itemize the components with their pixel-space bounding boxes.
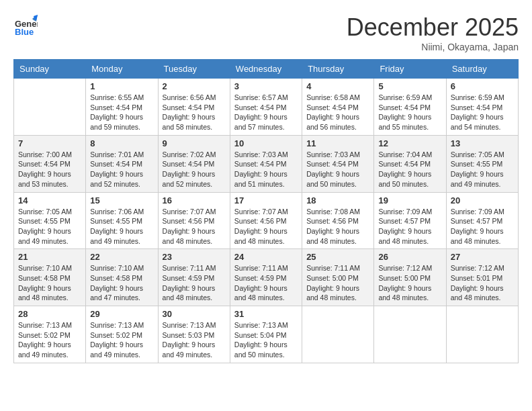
calendar-cell: 9Sunrise: 7:02 AM Sunset: 4:54 PM Daylig… <box>158 135 230 192</box>
page-header: General Blue December 2025 Niimi, Okayam… <box>13 13 519 52</box>
day-number: 21 <box>18 252 81 262</box>
calendar-cell: 7Sunrise: 7:00 AM Sunset: 4:54 PM Daylig… <box>14 135 86 192</box>
cell-info: Sunrise: 7:13 AM Sunset: 5:02 PM Dayligh… <box>18 320 81 360</box>
day-number: 7 <box>18 138 81 148</box>
day-number: 23 <box>163 252 226 262</box>
calendar-cell <box>374 306 446 363</box>
calendar-cell: 26Sunrise: 7:12 AM Sunset: 5:00 PM Dayli… <box>374 249 446 306</box>
weekday-header-saturday: Saturday <box>446 60 518 79</box>
day-number: 9 <box>163 138 226 148</box>
cell-info: Sunrise: 7:13 AM Sunset: 5:02 PM Dayligh… <box>90 320 153 360</box>
cell-info: Sunrise: 6:57 AM Sunset: 4:54 PM Dayligh… <box>234 93 298 132</box>
cell-info: Sunrise: 7:03 AM Sunset: 4:54 PM Dayligh… <box>306 150 369 189</box>
logo-icon: General Blue <box>13 13 38 38</box>
week-row-1: 1Sunrise: 6:55 AM Sunset: 4:54 PM Daylig… <box>14 79 519 136</box>
calendar-table: SundayMondayTuesdayWednesdayThursdayFrid… <box>13 59 519 363</box>
calendar-cell: 25Sunrise: 7:11 AM Sunset: 5:00 PM Dayli… <box>302 249 374 306</box>
cell-info: Sunrise: 7:10 AM Sunset: 4:58 PM Dayligh… <box>90 263 153 303</box>
calendar-cell: 27Sunrise: 7:12 AM Sunset: 5:01 PM Dayli… <box>446 249 518 306</box>
cell-info: Sunrise: 7:10 AM Sunset: 4:58 PM Dayligh… <box>18 263 81 303</box>
cell-info: Sunrise: 6:59 AM Sunset: 4:54 PM Dayligh… <box>378 93 441 132</box>
cell-info: Sunrise: 7:12 AM Sunset: 5:00 PM Dayligh… <box>378 263 441 303</box>
cell-info: Sunrise: 7:11 AM Sunset: 4:59 PM Dayligh… <box>234 263 298 303</box>
cell-info: Sunrise: 6:55 AM Sunset: 4:54 PM Dayligh… <box>90 93 153 132</box>
cell-info: Sunrise: 7:01 AM Sunset: 4:54 PM Dayligh… <box>90 150 153 189</box>
calendar-cell: 4Sunrise: 6:58 AM Sunset: 4:54 PM Daylig… <box>302 79 374 136</box>
calendar-cell: 16Sunrise: 7:07 AM Sunset: 4:56 PM Dayli… <box>158 192 230 249</box>
calendar-cell <box>302 306 374 363</box>
week-row-4: 21Sunrise: 7:10 AM Sunset: 4:58 PM Dayli… <box>14 249 519 306</box>
calendar-cell: 31Sunrise: 7:13 AM Sunset: 5:04 PM Dayli… <box>230 306 302 363</box>
day-number: 4 <box>306 81 369 91</box>
cell-info: Sunrise: 7:00 AM Sunset: 4:54 PM Dayligh… <box>18 150 81 189</box>
day-number: 16 <box>163 195 226 205</box>
day-number: 13 <box>451 138 514 148</box>
day-number: 22 <box>90 252 153 262</box>
calendar-cell: 14Sunrise: 7:05 AM Sunset: 4:55 PM Dayli… <box>14 192 86 249</box>
day-number: 8 <box>90 138 153 148</box>
day-number: 17 <box>234 195 298 205</box>
day-number: 12 <box>378 138 441 148</box>
day-number: 20 <box>451 195 514 205</box>
day-number: 19 <box>378 195 441 205</box>
cell-info: Sunrise: 7:08 AM Sunset: 4:56 PM Dayligh… <box>306 207 369 246</box>
day-number: 24 <box>234 252 298 262</box>
calendar-cell: 28Sunrise: 7:13 AM Sunset: 5:02 PM Dayli… <box>14 306 86 363</box>
calendar-cell: 29Sunrise: 7:13 AM Sunset: 5:02 PM Dayli… <box>86 306 158 363</box>
calendar-cell: 20Sunrise: 7:09 AM Sunset: 4:57 PM Dayli… <box>446 192 518 249</box>
calendar-cell: 1Sunrise: 6:55 AM Sunset: 4:54 PM Daylig… <box>86 79 158 136</box>
weekday-header-sunday: Sunday <box>14 60 86 79</box>
day-number: 29 <box>90 309 153 319</box>
day-number: 25 <box>306 252 369 262</box>
week-row-3: 14Sunrise: 7:05 AM Sunset: 4:55 PM Dayli… <box>14 192 519 249</box>
weekday-header-tuesday: Tuesday <box>158 60 230 79</box>
day-number: 27 <box>451 252 514 262</box>
cell-info: Sunrise: 7:07 AM Sunset: 4:56 PM Dayligh… <box>163 207 226 246</box>
day-number: 28 <box>18 309 81 319</box>
calendar-cell: 3Sunrise: 6:57 AM Sunset: 4:54 PM Daylig… <box>230 79 302 136</box>
calendar-cell: 17Sunrise: 7:07 AM Sunset: 4:56 PM Dayli… <box>230 192 302 249</box>
cell-info: Sunrise: 6:58 AM Sunset: 4:54 PM Dayligh… <box>306 93 369 132</box>
calendar-cell: 23Sunrise: 7:11 AM Sunset: 4:59 PM Dayli… <box>158 249 230 306</box>
weekday-header-monday: Monday <box>86 60 158 79</box>
weekday-header-thursday: Thursday <box>302 60 374 79</box>
day-number: 26 <box>378 252 441 262</box>
cell-info: Sunrise: 7:03 AM Sunset: 4:54 PM Dayligh… <box>234 150 298 189</box>
weekday-header-row: SundayMondayTuesdayWednesdayThursdayFrid… <box>14 60 519 79</box>
cell-info: Sunrise: 7:13 AM Sunset: 5:04 PM Dayligh… <box>234 320 298 360</box>
location-subtitle: Niimi, Okayama, Japan <box>347 42 519 52</box>
calendar-cell: 2Sunrise: 6:56 AM Sunset: 4:54 PM Daylig… <box>158 79 230 136</box>
calendar-cell: 15Sunrise: 7:06 AM Sunset: 4:55 PM Dayli… <box>86 192 158 249</box>
calendar-cell: 10Sunrise: 7:03 AM Sunset: 4:54 PM Dayli… <box>230 135 302 192</box>
cell-info: Sunrise: 7:09 AM Sunset: 4:57 PM Dayligh… <box>378 207 441 246</box>
calendar-cell: 12Sunrise: 7:04 AM Sunset: 4:54 PM Dayli… <box>374 135 446 192</box>
day-number: 5 <box>378 81 441 91</box>
cell-info: Sunrise: 7:04 AM Sunset: 4:54 PM Dayligh… <box>378 150 441 189</box>
calendar-cell: 6Sunrise: 6:59 AM Sunset: 4:54 PM Daylig… <box>446 79 518 136</box>
day-number: 30 <box>163 309 226 319</box>
day-number: 2 <box>163 81 226 91</box>
day-number: 3 <box>234 81 298 91</box>
cell-info: Sunrise: 6:56 AM Sunset: 4:54 PM Dayligh… <box>163 93 226 132</box>
cell-info: Sunrise: 7:05 AM Sunset: 4:55 PM Dayligh… <box>451 150 514 189</box>
month-title: December 2025 <box>347 13 519 42</box>
day-number: 11 <box>306 138 369 148</box>
cell-info: Sunrise: 7:13 AM Sunset: 5:03 PM Dayligh… <box>163 320 226 360</box>
day-number: 14 <box>18 195 81 205</box>
week-row-2: 7Sunrise: 7:00 AM Sunset: 4:54 PM Daylig… <box>14 135 519 192</box>
cell-info: Sunrise: 7:05 AM Sunset: 4:55 PM Dayligh… <box>18 207 81 246</box>
cell-info: Sunrise: 7:09 AM Sunset: 4:57 PM Dayligh… <box>451 207 514 246</box>
calendar-cell: 13Sunrise: 7:05 AM Sunset: 4:55 PM Dayli… <box>446 135 518 192</box>
calendar-cell: 5Sunrise: 6:59 AM Sunset: 4:54 PM Daylig… <box>374 79 446 136</box>
title-block: December 2025 Niimi, Okayama, Japan <box>347 13 519 52</box>
day-number: 18 <box>306 195 369 205</box>
cell-info: Sunrise: 7:11 AM Sunset: 4:59 PM Dayligh… <box>163 263 226 303</box>
cell-info: Sunrise: 7:06 AM Sunset: 4:55 PM Dayligh… <box>90 207 153 246</box>
calendar-cell: 21Sunrise: 7:10 AM Sunset: 4:58 PM Dayli… <box>14 249 86 306</box>
weekday-header-wednesday: Wednesday <box>230 60 302 79</box>
calendar-cell: 24Sunrise: 7:11 AM Sunset: 4:59 PM Dayli… <box>230 249 302 306</box>
day-number: 15 <box>90 195 153 205</box>
weekday-header-friday: Friday <box>374 60 446 79</box>
day-number: 10 <box>234 138 298 148</box>
svg-text:Blue: Blue <box>15 27 34 37</box>
